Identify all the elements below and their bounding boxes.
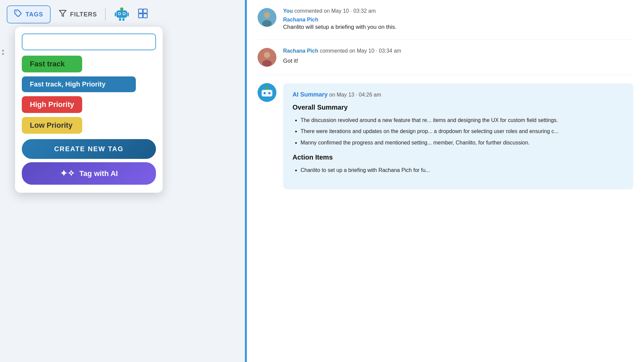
svg-rect-12 [139,9,143,13]
svg-point-2 [120,7,123,11]
comment-meta-text: commented on May 10 · 03:32 am [294,8,376,14]
ai-summary-header: AI Summary on May 13 · 04:26 am [292,91,624,98]
svg-rect-15 [143,14,147,18]
tag-item-fast-track[interactable]: Fast track [22,56,82,72]
tag-list: Fast track Fast track, High Priority Hig… [22,56,156,134]
comments-container: You commented on May 10 · 03:32 am Racha… [247,0,644,362]
comment-content: Rachana Pich commented on May 10 · 03:34… [283,48,633,65]
svg-rect-6 [119,18,121,21]
tag-search-input[interactable] [22,34,156,50]
expand-button[interactable] [138,8,148,21]
comment-text: Chanlito will setup a briefing with you … [283,23,633,32]
comment-meta: You commented on May 10 · 03:32 am [283,8,633,14]
comment-meta-text: commented on May 10 · 03:34 am [320,48,401,54]
list-item: There were iterations and updates on the… [301,127,624,136]
svg-rect-24 [262,90,272,97]
svg-rect-27 [263,97,265,99]
filters-label: FILTERS [70,11,97,18]
svg-rect-28 [269,97,271,99]
filter-icon [59,9,67,19]
svg-rect-7 [122,18,124,21]
avatar-rachana [258,48,276,67]
comment-meta: Rachana Pich commented on May 10 · 03:34… [283,48,633,54]
ai-action-title: Action Items [292,154,624,161]
svg-rect-3 [116,10,127,18]
svg-point-21 [262,60,272,67]
tag-item-fast-track-high[interactable]: Fast track, High Priority [22,76,136,92]
comment-link[interactable]: Rachana Pich [283,17,633,23]
svg-marker-1 [59,10,66,16]
svg-point-10 [119,13,120,15]
list-item: Manny confirmed the progress and mention… [301,138,624,147]
list-item: Chanlito to set up a briefing with Racha… [301,166,624,175]
ai-summary-meta: on May 13 · 04:26 am [329,92,381,98]
avatar-you [258,8,276,27]
tag-icon [14,9,22,19]
svg-point-17 [264,12,270,18]
comment-item: You commented on May 10 · 03:32 am Racha… [258,0,633,40]
comment-author: You [283,8,293,14]
ai-bullet-list: The discussion revolved around a new fea… [292,116,624,147]
ai-summary-content: AI Summary on May 13 · 04:26 am Overall … [283,83,633,189]
svg-point-18 [262,20,272,27]
right-panel: You commented on May 10 · 03:32 am Racha… [247,0,644,362]
svg-point-26 [268,92,270,94]
tags-dropdown: Fast track Fast track, High Priority Hig… [15,27,163,193]
filters-button[interactable]: FILTERS [59,9,97,19]
create-new-tag-button[interactable]: CREATE NEW TAG [22,139,156,159]
svg-point-23 [265,87,269,90]
svg-point-20 [264,52,270,58]
comment-content: You commented on May 10 · 03:32 am Racha… [283,8,633,32]
dots-indicator [0,47,6,58]
avatar-ai [258,83,276,102]
ai-star-icon: ✦✧ [60,168,75,179]
tags-label: TAGS [25,11,43,18]
comment-item: Rachana Pich commented on May 10 · 03:34… [258,40,633,75]
svg-rect-13 [143,9,147,13]
svg-point-11 [123,13,125,15]
svg-rect-14 [139,14,143,18]
toolbar-divider [105,8,106,20]
ai-robot-button[interactable] [114,6,130,23]
ai-label: AI Summary [292,91,328,98]
search-container [22,34,156,50]
comment-author: Rachana Pich [283,48,318,54]
comment-text: Got it! [283,57,633,65]
tag-with-ai-button[interactable]: ✦✧ Tag with AI [22,162,156,185]
ai-action-list: Chanlito to set up a briefing with Racha… [292,166,624,175]
tag-item-low-priority[interactable]: Low Priority [22,117,82,134]
tag-item-high-priority[interactable]: High Priority [22,96,82,113]
left-panel: TAGS FILTERS [0,0,245,362]
ai-summary-block: AI Summary on May 13 · 04:26 am Overall … [258,75,633,197]
ai-overall-title: Overall Summary [292,104,624,111]
tags-button[interactable]: TAGS [7,5,51,23]
toolbar: TAGS FILTERS [0,0,245,29]
svg-rect-8 [115,12,116,16]
svg-point-25 [264,92,266,94]
svg-rect-9 [127,12,129,16]
list-item: The discussion revolved around a new fea… [301,116,624,125]
